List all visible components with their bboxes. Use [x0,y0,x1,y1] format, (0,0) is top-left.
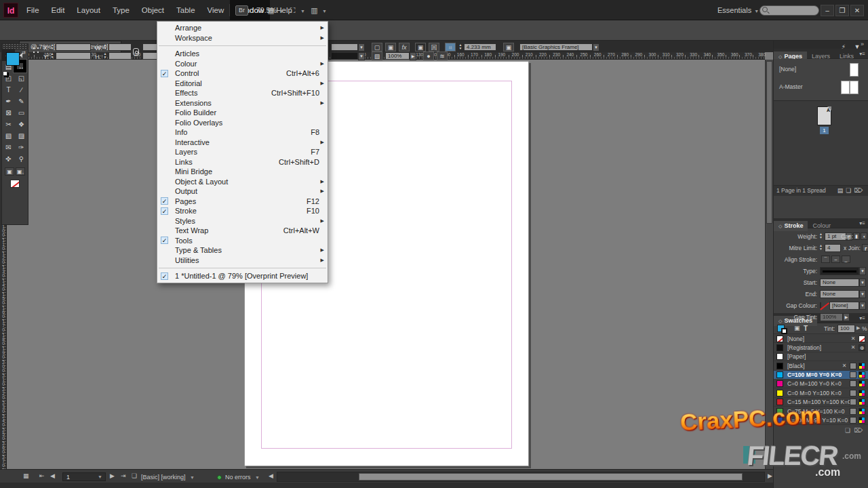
swatch-registration[interactable]: [Registration]✕⊕ [774,343,868,352]
tint-caret[interactable]: ▶ [856,325,860,331]
swatch-c-0-m-100-y-0-k-0[interactable]: C=0 M=100 Y=0 K=0 [774,380,868,388]
window-menu-item-output[interactable]: Output▶ [157,186,328,197]
gap-tint-caret[interactable]: ▶ [843,313,850,321]
stroke-swatch-proxy[interactable] [781,328,787,334]
opacity-icon[interactable]: ▨ [372,52,382,60]
type-tool[interactable]: T [2,84,15,96]
default-fill-stroke-icon[interactable] [3,71,7,76]
eyedropper-tool[interactable]: ✑ [15,142,28,153]
frame-fitting-icon[interactable]: 回 [429,43,439,52]
y-stepper[interactable]: ▲▼ [50,52,54,60]
view-options-dropdown[interactable]: ▦▼ [266,5,286,16]
panel-menu-caret[interactable]: ▼ [852,43,863,52]
gap-colour-caret[interactable]: ▼ [859,302,866,310]
delete-page-icon[interactable]: ⌦ [854,187,865,194]
pages-spread-area[interactable]: A 1 1 Page in 1 Spread ▤❏⌦ [774,101,868,196]
window-menu-item-effects[interactable]: EffectsCtrl+Shift+F10 [157,88,328,98]
document-canvas[interactable] [7,60,765,469]
menu-type[interactable]: Type [106,0,136,20]
gradient-swatch-tool[interactable]: ▧ [2,130,15,142]
window-menu-item-editorial[interactable]: Editorial▶ [157,79,328,89]
align-inside-button[interactable]: – [831,256,840,263]
preflight-errors-dropdown[interactable]: No errors ▼ [225,472,260,483]
container-toggle-icon[interactable]: ▣ [794,325,800,331]
quick-apply-icon[interactable]: ⚡ [838,43,849,52]
rectangle-frame-tool[interactable]: ⊠ [2,107,15,119]
constrain-proportions-icon[interactable] [133,48,139,56]
menu-object[interactable]: Object [136,0,170,20]
h-stepper[interactable]: ▲▼ [103,52,107,60]
window-menu-item-colour[interactable]: Colour▶ [157,59,328,69]
restore-button[interactable]: ❐ [835,5,849,16]
window-menu-item-stroke[interactable]: ✓StrokeF10 [157,206,328,216]
screen-mode-dropdown[interactable]: ⛶▼ [288,5,308,16]
window-menu-item-articles[interactable]: Articles [157,49,328,59]
swatch-c-0-m-0-y-100-k-0[interactable]: C=0 M=0 Y=100 K=0 [774,388,868,397]
line-tool[interactable]: ∕ [15,84,28,96]
window-menu-item-object-layout[interactable]: Object & Layout▶ [157,177,328,187]
opacity-caret[interactable]: ▶ [410,52,416,60]
object-style-caret[interactable]: ▼ [593,43,599,52]
align-outside-button[interactable]: _ [842,256,850,263]
stroke-type-dropdown[interactable] [331,52,358,60]
stroke-panel-menu-icon[interactable]: ▾≡ [859,218,868,228]
x-field[interactable] [56,43,91,51]
menu-layout[interactable]: Layout [71,0,106,20]
stroke-tab-colour[interactable]: Colour [808,221,835,231]
menu-table[interactable]: Table [170,0,201,20]
apply-none-button[interactable] [10,180,20,188]
swap-fill-stroke-icon[interactable]: ⇄ [22,50,26,56]
fill-color-proxy[interactable] [6,52,20,66]
x-stepper[interactable]: ▲▼ [50,43,54,51]
note-tool[interactable]: ✉ [2,142,15,153]
stroke-type-select-caret[interactable]: ▼ [859,267,866,275]
window-menu-item-interactive[interactable]: Interactive▶ [157,138,328,148]
window-menu-item-mini-bridge[interactable]: Mini Bridge [157,167,328,177]
swatch-none[interactable]: [None]✕ [774,334,868,343]
minimize-button[interactable]: – [821,5,834,16]
mitre-stepper[interactable]: ▲▼ [818,244,823,251]
stroke-weight-dropdown[interactable] [331,43,358,51]
w-field[interactable] [108,43,132,51]
effects-fx-button[interactable]: fx [399,43,410,52]
first-page-icon[interactable]: ⇤ [39,472,45,479]
window-menu-item-workspace[interactable]: Workspace▶ [157,33,328,43]
window-menu-item-type-tables[interactable]: Type & Tables▶ [157,245,328,256]
menu-view[interactable]: View [201,0,231,20]
mitre-value[interactable]: 4 [825,244,841,252]
new-swatch-icon[interactable]: ❏ [845,427,850,434]
swatch-c-100-m-0-y-0-k-0[interactable]: C=100 M=0 Y=0 K=0 [774,371,868,380]
start-select-caret[interactable]: ▼ [859,279,866,287]
corner-options-icon[interactable]: ⌗ [445,43,456,52]
horizontal-scrollbar[interactable] [277,472,765,482]
preflight-pages-icon[interactable]: ❏ [132,472,137,479]
preflight-profile-dropdown[interactable]: [Basic] [working] ▼ [141,472,195,483]
free-transform-tool[interactable]: ❖ [15,119,28,130]
wrap-icon[interactable]: ≋ [437,52,448,60]
window-menu-item-links[interactable]: LinksCtrl+Shift+D [157,157,328,167]
swatch-paper[interactable]: [Paper] [774,352,868,361]
workspace-switcher[interactable]: Essentials▼ [717,0,759,22]
page-number-badge[interactable]: 1 [820,127,829,134]
master-a-master[interactable]: A-Master [774,79,868,97]
window-menu-item-layers[interactable]: LayersF7 [157,147,328,157]
view-fit-icon[interactable]: ▦ [23,472,29,479]
scroll-left-icon[interactable]: ◀ [269,472,273,479]
master-none[interactable]: [None] [774,62,868,79]
object-style-icon[interactable]: ▣ [385,43,396,52]
stroke-type-caret[interactable]: ▼ [358,52,365,60]
align-centre-button[interactable]: ¯ [821,256,830,263]
page-number-dropdown[interactable]: 1 ▼ [62,472,106,481]
gap-tint-field[interactable]: 100% [820,313,843,321]
mitre-join-button[interactable]: ┏ [862,244,868,251]
h-field[interactable] [108,52,132,60]
window-menu-item-folio-builder[interactable]: Folio Builder [157,108,328,118]
opacity-field[interactable]: 100% [385,52,410,60]
window-menu-item-extensions[interactable]: Extensions▶ [157,98,328,108]
window-menu-item-tools[interactable]: ✓Tools [157,236,328,246]
corner-radius-field[interactable]: 4.233 mm [464,43,496,51]
end-select[interactable]: None [820,290,859,298]
preview-mode-button[interactable]: ▣, [16,167,25,176]
search-input[interactable] [760,5,819,16]
w-stepper[interactable]: ▲▼ [103,43,107,51]
